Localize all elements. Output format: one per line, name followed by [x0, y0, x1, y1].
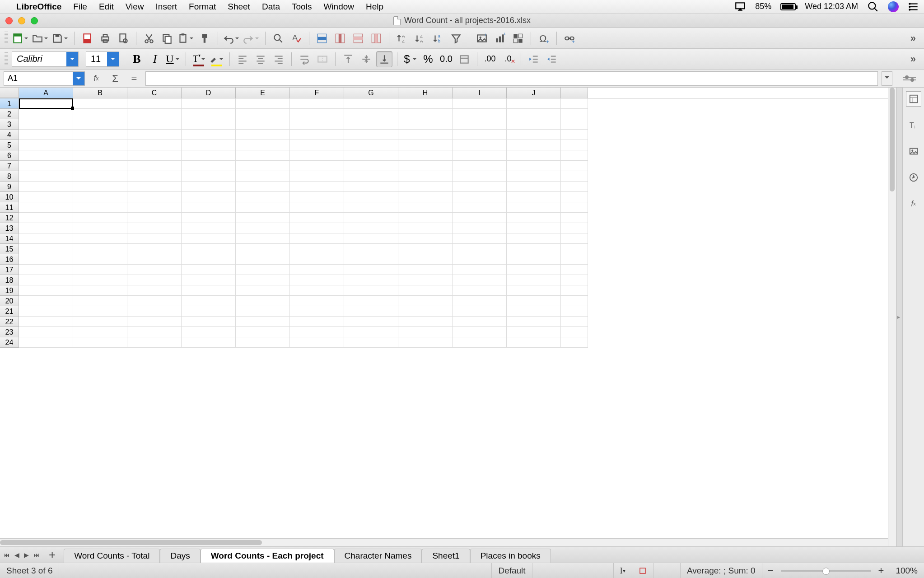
cell[interactable]: [344, 337, 398, 348]
cell[interactable]: [236, 140, 290, 150]
menu-format[interactable]: Format: [189, 2, 216, 12]
sum-button[interactable]: Σ: [107, 71, 123, 86]
special-char-button[interactable]: Ω+: [536, 30, 552, 47]
cell[interactable]: [182, 285, 236, 296]
cell[interactable]: [507, 233, 561, 244]
insert-pivot-button[interactable]: [510, 30, 526, 47]
siri-icon[interactable]: [888, 1, 899, 12]
chevron-down-icon[interactable]: [66, 52, 78, 66]
cell[interactable]: [73, 265, 127, 275]
cell[interactable]: [398, 337, 453, 348]
row-header[interactable]: 8: [0, 171, 19, 182]
cell[interactable]: [236, 213, 290, 223]
cell[interactable]: [236, 327, 290, 337]
menu-insert[interactable]: Insert: [156, 2, 177, 12]
cell[interactable]: [182, 119, 236, 130]
cell[interactable]: [182, 130, 236, 140]
row-header[interactable]: 4: [0, 130, 19, 140]
cell[interactable]: [127, 223, 182, 233]
row-header[interactable]: 21: [0, 306, 19, 317]
menu-file[interactable]: File: [73, 2, 87, 12]
menu-edit[interactable]: Edit: [99, 2, 114, 12]
cell[interactable]: [236, 244, 290, 254]
cell[interactable]: [236, 317, 290, 327]
row-header[interactable]: 11: [0, 202, 19, 213]
cell[interactable]: [236, 296, 290, 306]
row-header[interactable]: 7: [0, 161, 19, 171]
functions-panel-button[interactable]: fx: [906, 196, 921, 211]
row-header[interactable]: 13: [0, 223, 19, 233]
cell[interactable]: [182, 223, 236, 233]
align-left-button[interactable]: [234, 51, 251, 67]
next-sheet-button[interactable]: ▶: [24, 551, 29, 559]
cell[interactable]: [507, 223, 561, 233]
cell[interactable]: [290, 233, 344, 244]
cell[interactable]: [127, 275, 182, 285]
cell[interactable]: [127, 171, 182, 182]
cell[interactable]: [453, 306, 507, 317]
cell[interactable]: [73, 130, 127, 140]
sidebar-toggle-handle[interactable]: [896, 88, 902, 546]
formula-expand-button[interactable]: [882, 71, 892, 86]
select-all-corner[interactable]: [0, 88, 19, 98]
column-header[interactable]: F: [290, 88, 344, 98]
spellcheck-button[interactable]: A: [288, 30, 304, 47]
column-header[interactable]: H: [398, 88, 453, 98]
cell[interactable]: [182, 296, 236, 306]
sheet-tab[interactable]: Places in books: [470, 549, 551, 563]
cell[interactable]: [182, 150, 236, 161]
cell[interactable]: [453, 182, 507, 192]
cell[interactable]: [453, 171, 507, 182]
close-window-button[interactable]: [5, 17, 13, 24]
status-summary[interactable]: Average: ; Sum: 0: [681, 563, 762, 578]
cell[interactable]: [453, 327, 507, 337]
cell[interactable]: [290, 285, 344, 296]
scrollbar-thumb[interactable]: [890, 88, 895, 191]
number-format-button[interactable]: 0.0: [438, 51, 454, 67]
last-sheet-button[interactable]: ⏭: [33, 551, 40, 559]
row-header[interactable]: 24: [0, 337, 19, 348]
save-button[interactable]: [51, 30, 70, 47]
row-header[interactable]: 22: [0, 317, 19, 327]
name-box[interactable]: A1: [4, 71, 85, 86]
column-header[interactable]: I: [453, 88, 507, 98]
cell[interactable]: [398, 202, 453, 213]
cell[interactable]: [453, 192, 507, 202]
cell[interactable]: [182, 109, 236, 119]
cell[interactable]: [290, 171, 344, 182]
cell[interactable]: [290, 317, 344, 327]
row-header[interactable]: 3: [0, 119, 19, 130]
sheet-tab[interactable]: Sheet1: [422, 549, 470, 563]
italic-button[interactable]: I: [147, 51, 163, 67]
cell[interactable]: [344, 119, 398, 130]
toolbar-grip[interactable]: [5, 52, 8, 66]
cell[interactable]: [453, 202, 507, 213]
cell[interactable]: [344, 171, 398, 182]
cell[interactable]: [236, 223, 290, 233]
cell[interactable]: [453, 296, 507, 306]
cell[interactable]: [398, 296, 453, 306]
cell[interactable]: [290, 130, 344, 140]
cell[interactable]: [507, 317, 561, 327]
cell[interactable]: [127, 182, 182, 192]
redo-button[interactable]: [243, 30, 261, 47]
cell[interactable]: [182, 254, 236, 265]
cell[interactable]: [507, 327, 561, 337]
cell[interactable]: [73, 337, 127, 348]
cell[interactable]: [182, 306, 236, 317]
cell[interactable]: [127, 296, 182, 306]
cell[interactable]: [182, 140, 236, 150]
cell[interactable]: [398, 317, 453, 327]
vertical-scrollbar[interactable]: [888, 88, 896, 546]
cell[interactable]: [73, 317, 127, 327]
cell[interactable]: [453, 109, 507, 119]
zoom-window-button[interactable]: [31, 17, 38, 24]
row-header[interactable]: 2: [0, 109, 19, 119]
cell[interactable]: [507, 98, 561, 109]
cell[interactable]: [182, 233, 236, 244]
cell[interactable]: [73, 182, 127, 192]
function-wizard-button[interactable]: fx: [89, 71, 104, 86]
export-pdf-button[interactable]: [79, 30, 95, 47]
align-top-button[interactable]: [340, 51, 356, 67]
cell[interactable]: [73, 119, 127, 130]
